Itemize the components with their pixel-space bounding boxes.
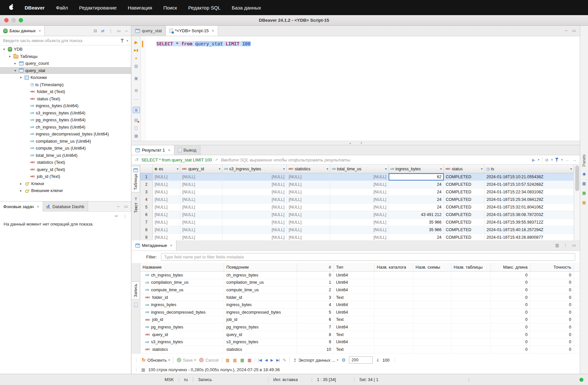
grid-row-number[interactable]: 6 bbox=[140, 211, 153, 218]
funnel-caret-icon[interactable]: ▾ bbox=[561, 158, 563, 161]
statusbar-item-1[interactable]: ru bbox=[179, 377, 193, 382]
meta-cell[interactable]: statistics bbox=[224, 346, 297, 353]
execute-sql-icon[interactable]: ▶ bbox=[133, 39, 140, 45]
column-sort-dropdown-icon[interactable]: ▾ bbox=[481, 167, 483, 171]
close-window-icon[interactable] bbox=[4, 18, 9, 22]
grid-cell[interactable]: [NULL] bbox=[180, 234, 222, 240]
column-sort-dropdown-icon[interactable]: ▾ bbox=[385, 167, 387, 171]
cancel-task-icon[interactable]: ✂ bbox=[115, 214, 118, 219]
meta-cell[interactable] bbox=[413, 272, 451, 279]
tree-item[interactable]: 123compilation_time_us (Uint64) bbox=[0, 138, 131, 145]
meta-cell[interactable] bbox=[374, 346, 413, 353]
meta-row[interactable]: 123ingress_decompressed_bytesingress_dec… bbox=[140, 309, 580, 316]
grid-row[interactable]: 1[NULL][NULL][NULL][NULL][NULL]62COMPLET… bbox=[140, 173, 574, 181]
save-caret-icon[interactable]: ▾ bbox=[194, 358, 196, 362]
collapse-all-icon[interactable]: ⊟ bbox=[94, 29, 97, 33]
column-header-s3_ingress_bytes[interactable]: 123s3_ingress_bytes▾ bbox=[222, 165, 287, 173]
meta-cell[interactable] bbox=[451, 272, 491, 279]
tree-item[interactable]: ABCstatistics (Text) bbox=[0, 159, 131, 166]
meta-cell[interactable]: 0 bbox=[491, 331, 530, 338]
refresh-button[interactable]: ↻ Обновить ▾ bbox=[142, 357, 170, 363]
apply-filter-icon[interactable]: ▶ bbox=[532, 157, 535, 162]
grid-cell[interactable]: [NULL] bbox=[153, 234, 180, 240]
meta-cell[interactable] bbox=[451, 309, 491, 316]
tree-item[interactable]: ▾Колонки bbox=[0, 74, 131, 81]
meta-cell[interactable] bbox=[374, 272, 413, 279]
grid-cell[interactable]: [NULL] bbox=[222, 219, 287, 226]
toggle-output-panel-icon[interactable]: ≣ bbox=[133, 107, 140, 113]
meta-cell[interactable]: 4 bbox=[297, 301, 334, 308]
meta-cell[interactable]: 0 bbox=[530, 309, 574, 316]
grid-cell[interactable]: [NULL] bbox=[330, 219, 389, 226]
tree-item[interactable]: 123total_time_us (Uint64) bbox=[0, 152, 131, 159]
grid-cell[interactable]: [NULL] bbox=[287, 188, 330, 196]
meta-cell[interactable]: 0 bbox=[530, 346, 574, 353]
cancel-button[interactable]: × Cancel bbox=[199, 358, 218, 363]
sql-editor[interactable]: ▶ ▶▮ » ▤ ▣ ⚙ ···· ≣ ▤ ▢ ▦ SELECT * from … bbox=[132, 36, 580, 141]
maximize-editor-icon[interactable]: ▭ bbox=[572, 28, 576, 33]
meta-cell[interactable]: Uint64 bbox=[334, 324, 374, 331]
grid-cell[interactable]: [NULL] bbox=[287, 211, 330, 218]
grid-cell[interactable]: [NULL] bbox=[153, 188, 180, 196]
column-header-query_id[interactable]: ABCquery_id▾ bbox=[180, 165, 222, 173]
tree-item[interactable]: ABCjob_id (Text) bbox=[0, 173, 131, 180]
meta-cell[interactable]: Text bbox=[334, 346, 374, 353]
meta-cell-name[interactable]: 123pg_ingress_bytes bbox=[140, 324, 224, 331]
grid-cell[interactable]: 2024-01-16T15:25:34.084129Z bbox=[485, 196, 574, 203]
link-with-editor-icon[interactable]: ⇄ bbox=[101, 29, 104, 33]
meta-cell[interactable] bbox=[374, 324, 413, 331]
grid-cell[interactable]: COMPLETED bbox=[444, 181, 485, 188]
grid-cell[interactable]: [NULL] bbox=[153, 226, 180, 233]
grid-cell[interactable]: [NULL] bbox=[180, 226, 222, 233]
grid-cell[interactable]: [NULL] bbox=[287, 173, 330, 180]
results-grid[interactable]: ◉es▾ABCquery_id▾123s3_ingress_bytes▾ABCs… bbox=[140, 165, 574, 240]
presentation-tab-text[interactable]: T Текст bbox=[132, 195, 140, 215]
column-header-status[interactable]: ABCstatus▾ bbox=[444, 165, 485, 173]
meta-cell[interactable] bbox=[374, 301, 413, 308]
grid-cell[interactable]: [NULL] bbox=[330, 173, 389, 180]
grid-cell[interactable]: [NULL] bbox=[153, 211, 180, 218]
tree-item[interactable]: ABCfolder_id (Text) bbox=[0, 88, 131, 95]
meta-cell[interactable]: Uint64 bbox=[334, 279, 374, 286]
tree-item[interactable]: ▸query_count bbox=[0, 60, 131, 67]
grid-row[interactable]: 8[NULL][NULL][NULL][NULL][NULL]35 966COM… bbox=[140, 226, 574, 234]
meta-cell[interactable]: query_id bbox=[224, 331, 297, 338]
grid-cell[interactable]: 24 bbox=[389, 204, 444, 211]
column-header-ts[interactable]: ◷ts▾ bbox=[485, 165, 574, 173]
grid-cell[interactable]: [NULL] bbox=[330, 211, 389, 218]
close-icon[interactable]: × bbox=[37, 204, 39, 209]
tab-sql-script[interactable]: *<YDB> Script-15 × bbox=[166, 26, 218, 36]
grid-row-number[interactable]: 4 bbox=[140, 196, 153, 203]
meta-cell[interactable]: 8 bbox=[297, 331, 334, 338]
column-sort-dropdown-icon[interactable]: ▾ bbox=[327, 167, 328, 171]
grid-cell[interactable]: [NULL] bbox=[222, 196, 287, 203]
last-row-icon[interactable]: ▶| bbox=[276, 358, 279, 362]
grid-cell[interactable]: [NULL] bbox=[180, 181, 222, 188]
tree-item[interactable]: 123s3_ingress_bytes (Uint64) bbox=[0, 109, 131, 117]
meta-column-header[interactable]: Назв. схемы bbox=[413, 263, 451, 271]
scrollbar-thumb[interactable] bbox=[575, 165, 579, 191]
grid-cell[interactable]: [NULL] bbox=[153, 196, 180, 203]
filter-placeholder-text[interactable]: Введите SQL выражение чтобы отфильтроват… bbox=[221, 157, 529, 162]
meta-cell[interactable]: ingress_bytes bbox=[224, 301, 297, 308]
grid-cell[interactable]: 2024-01-16T15:10:57.524268Z bbox=[485, 181, 574, 188]
tree-item[interactable]: ▾query_stat bbox=[0, 67, 131, 74]
grid-row-number[interactable]: 7 bbox=[140, 219, 153, 226]
close-icon[interactable]: × bbox=[168, 148, 170, 153]
grid-cell[interactable]: [NULL] bbox=[330, 226, 389, 233]
meta-cell[interactable] bbox=[451, 331, 491, 338]
meta-column-header[interactable]: Название bbox=[140, 263, 224, 271]
grid-cell[interactable]: [NULL] bbox=[287, 181, 330, 188]
fetch-all-rows-icon[interactable]: ⇓ bbox=[376, 358, 379, 363]
search-filter-funnel-icon[interactable] bbox=[121, 39, 124, 43]
meta-cell[interactable]: Uint64 bbox=[334, 309, 374, 316]
grid-cell[interactable]: COMPLETED bbox=[444, 173, 485, 180]
tree-collapse-icon[interactable]: ▾ bbox=[13, 69, 17, 72]
menu-item-6[interactable]: База данных bbox=[232, 5, 261, 11]
meta-cell[interactable] bbox=[451, 338, 491, 346]
grid-vertical-scrollbar[interactable] bbox=[574, 165, 580, 240]
menu-item-3[interactable]: Навигация bbox=[128, 5, 152, 11]
grid-cell[interactable]: COMPLETED bbox=[444, 196, 485, 203]
grid-cell[interactable]: [NULL] bbox=[287, 204, 330, 211]
apply-filter-caret-icon[interactable]: ▾ bbox=[538, 158, 540, 161]
